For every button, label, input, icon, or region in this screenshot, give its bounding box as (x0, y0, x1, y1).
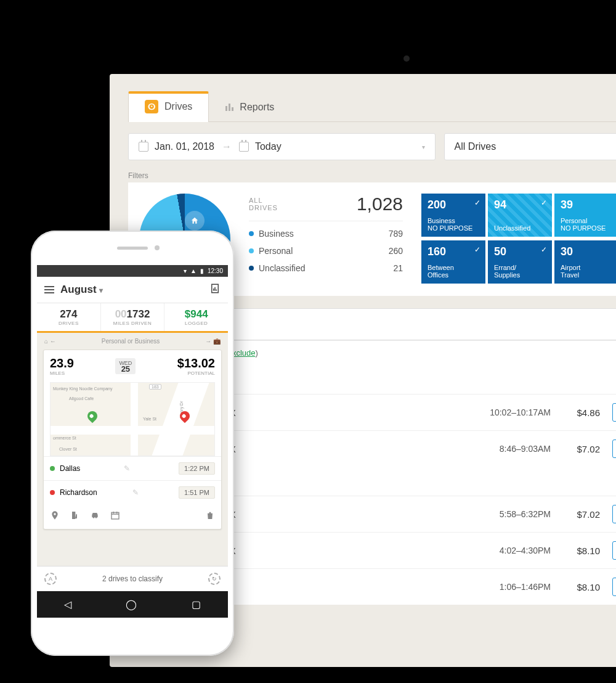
phone-stats: 274 DRIVES 001732 MILES DRIVEN $944 LOGG… (37, 303, 228, 333)
classify-personal-button[interactable] (612, 440, 616, 458)
legend-total: 1,028 (357, 194, 403, 215)
check-icon: ✓ (541, 245, 547, 254)
main-tabs: ⵙ Drives Reports (128, 91, 616, 122)
tab-drives[interactable]: ⵙ Drives (128, 91, 209, 122)
dot-icon (50, 466, 55, 471)
classify-bar[interactable]: A 2 drives to classify ↻ (37, 566, 228, 591)
location-row-start[interactable]: Dallas ✎ 1:22 PM (44, 456, 221, 480)
dot-icon (249, 248, 254, 253)
date-badge: WED 25 (115, 358, 136, 374)
edit-icon[interactable]: ✎ (132, 488, 139, 497)
check-icon: ✓ (474, 245, 480, 254)
legend-row-personal[interactable]: Personal 260 (249, 246, 403, 256)
tile-business-no-purpose[interactable]: 200 Business NO PURPOSE ✓ (421, 194, 485, 237)
recents-icon[interactable]: ▢ (192, 599, 201, 610)
date-from: Jan. 01, 2018 (155, 141, 214, 152)
calendar-icon (139, 142, 148, 152)
filter-controls: Jan. 01, 2018 → Today ▾ All Drives ▾ (128, 133, 616, 160)
tile-between-offices[interactable]: 160 Between Offices ✓ (421, 240, 485, 284)
home-icon[interactable]: ◯ (126, 599, 137, 610)
gas-icon[interactable] (70, 510, 79, 523)
car-icon[interactable] (89, 510, 100, 523)
dot-icon (249, 266, 254, 271)
trash-icon[interactable] (205, 510, 215, 523)
route-map[interactable]: Monkey King Noodle Company Allgood Cafe … (50, 382, 215, 456)
category-tiles: 200 Business NO PURPOSE ✓ 94 Unclassifie… (421, 194, 616, 285)
reports-icon[interactable] (209, 283, 221, 297)
miles-value: 23.9 MILES (50, 356, 74, 376)
filters-label: Filters (128, 171, 616, 180)
classify-personal-button[interactable] (612, 505, 616, 523)
tile-airport-travel[interactable]: 30 Airport Travel (554, 240, 616, 284)
phone-topbar: August ▾ (37, 277, 228, 303)
pin-start-icon (86, 409, 100, 423)
menu-icon[interactable] (44, 284, 54, 295)
filter-value: All Drives (455, 141, 496, 152)
classify-personal-button[interactable] (612, 578, 616, 596)
stat-miles[interactable]: 001732 MILES DRIVEN (101, 303, 165, 331)
tab-label: Drives (164, 101, 192, 112)
potential-value: $13.02 POTENTIAL (177, 356, 215, 376)
arrow-right-icon: → (222, 141, 232, 152)
edit-icon[interactable]: ✎ (124, 464, 130, 473)
drive-card[interactable]: 23.9 MILES WED 25 $13.02 POTENTIAL Monke… (43, 350, 222, 530)
legend-row-unclassified[interactable]: Unclassified 21 (249, 263, 403, 273)
dot-icon (249, 231, 254, 236)
stat-logged[interactable]: $944 LOGGED (164, 303, 228, 331)
stat-drives[interactable]: 274 DRIVES (37, 303, 101, 331)
chevron-down-icon: ▾ (99, 286, 103, 295)
check-icon: ✓ (541, 198, 547, 207)
location-row-end[interactable]: Richardson ✎ 1:51 PM (44, 480, 221, 504)
briefcase-icon: → 💼 (205, 338, 221, 345)
home-icon (185, 211, 205, 231)
check-icon: ✓ (474, 198, 480, 207)
date-range-select[interactable]: Jan. 01, 2018 → Today ▾ (128, 133, 436, 160)
status-bar: ▾ ▲ ▮ 12:30 (37, 265, 228, 277)
auto-classify-icon[interactable]: A (44, 573, 57, 585)
android-nav: ◁ ◯ ▢ (37, 591, 228, 618)
tile-personal-no-purpose[interactable]: 39 Personal NO PURPOSE (554, 194, 616, 237)
calendar-icon[interactable] (110, 510, 120, 523)
legend-row-business[interactable]: Business 789 (249, 229, 403, 239)
dot-icon (50, 490, 55, 495)
tile-unclassified[interactable]: 94 Unclassified ✓ (488, 194, 552, 237)
wifi-icon: ▲ (190, 268, 197, 274)
calendar-icon (239, 142, 249, 152)
chevron-down-icon: ▾ (410, 144, 425, 150)
card-actions (44, 504, 221, 529)
signal-icon: ▾ (184, 268, 187, 274)
location-icon[interactable] (50, 510, 60, 523)
drives-filter-select[interactable]: All Drives ▾ (444, 133, 616, 160)
bar-chart-icon (225, 104, 233, 111)
month-select[interactable]: August ▾ (60, 284, 103, 296)
phone-screen: ▾ ▲ ▮ 12:30 August ▾ 274 DRIVES 001732 M… (37, 265, 228, 618)
phone-frame: ▾ ▲ ▮ 12:30 August ▾ 274 DRIVES 001732 M… (31, 231, 234, 656)
date-to: Today (255, 141, 282, 152)
tab-reports[interactable]: Reports (209, 91, 291, 122)
svg-rect-5 (111, 512, 119, 519)
home-icon: ⌂ ← (44, 338, 56, 345)
back-icon[interactable]: ◁ (64, 599, 71, 610)
classify-personal-button[interactable] (612, 541, 616, 560)
tab-label: Reports (240, 102, 274, 113)
pie-legend: ALL DRIVES 1,028 Business 789 Personal 2… (249, 194, 403, 285)
refresh-icon[interactable]: ↻ (208, 573, 221, 585)
tile-errand-supplies[interactable]: 50 Errand/ Supplies ✓ (488, 240, 552, 284)
swipe-hint: ⌂ ← Personal or Business → 💼 (37, 333, 228, 350)
app-logo-icon: ⵙ (145, 100, 158, 113)
legend-title: ALL DRIVES (249, 197, 278, 211)
battery-icon: ▮ (200, 268, 204, 274)
classify-personal-button[interactable] (612, 403, 616, 422)
clock: 12:30 (208, 268, 223, 274)
